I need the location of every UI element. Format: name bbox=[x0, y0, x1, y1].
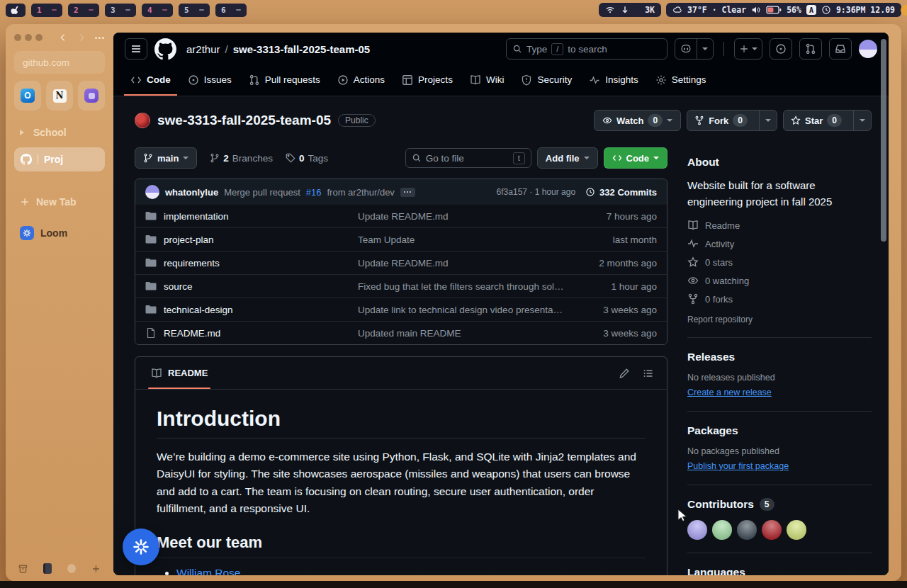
readme-tab[interactable]: README bbox=[142, 357, 216, 389]
archive-box-icon[interactable] bbox=[18, 564, 28, 574]
workspace-1[interactable]: 1 bbox=[31, 4, 62, 17]
contributor-avatar[interactable] bbox=[737, 520, 757, 540]
file-name[interactable]: requirements bbox=[164, 258, 220, 268]
status-cluster[interactable]: 37°F · Clear 56% A 9:36PM 12.09 bbox=[666, 3, 901, 17]
contributor-avatar[interactable] bbox=[687, 520, 707, 540]
new-space-plus-icon[interactable] bbox=[91, 564, 101, 574]
more-menu-icon[interactable] bbox=[95, 37, 105, 39]
new-tab-button[interactable]: New Tab bbox=[14, 191, 105, 213]
file-name[interactable]: technical-design bbox=[164, 305, 233, 315]
back-icon[interactable] bbox=[58, 33, 68, 43]
commit-message[interactable]: Merge pull request bbox=[224, 187, 300, 198]
breadcrumb-repo[interactable]: swe-3313-fall-2025-team-05 bbox=[233, 43, 370, 55]
ghost-tab-icon[interactable] bbox=[67, 564, 76, 573]
add-file-button[interactable]: Add file bbox=[537, 147, 598, 169]
file-commit-time[interactable]: 2 months ago bbox=[573, 258, 657, 268]
github-logo[interactable] bbox=[154, 38, 176, 60]
about-forks-link[interactable]: 0 forks bbox=[687, 293, 872, 305]
file-commit-message[interactable]: Updated main README bbox=[358, 328, 573, 339]
workspace-3[interactable]: 3 bbox=[105, 4, 136, 17]
pencil-icon[interactable] bbox=[619, 368, 630, 379]
pull-requests-button[interactable] bbox=[799, 38, 822, 60]
sidebar-tab-proj[interactable]: Proj bbox=[14, 147, 105, 171]
traffic-close-button[interactable] bbox=[14, 34, 21, 41]
loom-record-button[interactable] bbox=[123, 528, 159, 565]
fork-dropdown[interactable] bbox=[759, 111, 777, 130]
search-input[interactable]: Type / to search bbox=[506, 38, 667, 60]
file-commit-message[interactable]: Team Update bbox=[358, 234, 573, 245]
contributor-avatar[interactable] bbox=[712, 520, 732, 540]
create-release-link[interactable]: Create a new release bbox=[687, 388, 772, 397]
create-new-button[interactable] bbox=[734, 38, 762, 60]
notebook-icon[interactable] bbox=[43, 563, 52, 574]
commit-message-tail[interactable]: from ar2thur/dev bbox=[327, 187, 395, 198]
file-commit-time[interactable]: 3 weeks ago bbox=[573, 305, 657, 315]
contributor-avatar[interactable] bbox=[762, 520, 782, 540]
file-commit-time[interactable]: last month bbox=[573, 234, 657, 245]
workspace-6[interactable]: 6 bbox=[215, 4, 247, 17]
scrollbar[interactable] bbox=[881, 39, 886, 242]
branch-selector[interactable]: main bbox=[135, 147, 197, 169]
file-name[interactable]: project-plan bbox=[164, 234, 214, 245]
commit-pr-link[interactable]: #16 bbox=[306, 187, 322, 198]
file-commit-message[interactable]: Update README.md bbox=[358, 211, 573, 222]
branches-link[interactable]: 2 Branches bbox=[210, 153, 273, 164]
commit-expand-icon[interactable] bbox=[400, 188, 415, 197]
tab-wiki[interactable]: Wiki bbox=[463, 65, 511, 96]
workspace-4[interactable]: 4 bbox=[142, 4, 173, 17]
tab-projects[interactable]: Projects bbox=[395, 65, 459, 96]
forward-icon[interactable] bbox=[77, 33, 86, 43]
pinned-app-purple[interactable] bbox=[78, 81, 105, 111]
contributor-avatar[interactable] bbox=[787, 520, 806, 540]
file-commit-message[interactable]: Update link to technical design video pr… bbox=[358, 305, 573, 315]
tab-settings[interactable]: Settings bbox=[649, 65, 713, 96]
user-avatar[interactable] bbox=[859, 40, 877, 58]
pinned-app-outlook[interactable]: O bbox=[14, 81, 41, 111]
sidebar-folder-school[interactable]: School bbox=[14, 122, 105, 143]
global-nav-menu-button[interactable] bbox=[125, 38, 147, 60]
tab-pull-requests[interactable]: Pull requests bbox=[242, 65, 327, 96]
copilot-dropdown[interactable] bbox=[697, 39, 713, 59]
file-commit-time[interactable]: 7 hours ago bbox=[573, 211, 657, 222]
commit-author[interactable]: whatonlylue bbox=[165, 187, 218, 198]
tab-insights[interactable]: Insights bbox=[582, 65, 645, 96]
pinned-app-notion[interactable]: N bbox=[46, 81, 73, 111]
about-readme-link[interactable]: Readme bbox=[687, 220, 872, 231]
tab-actions[interactable]: Actions bbox=[331, 65, 391, 96]
code-button[interactable]: Code bbox=[604, 147, 668, 169]
inbox-button[interactable] bbox=[829, 38, 852, 60]
fork-button[interactable]: Fork 0 bbox=[687, 110, 777, 131]
file-commit-message[interactable]: Update README.md bbox=[358, 258, 573, 268]
report-repository-link[interactable]: Report repository bbox=[687, 315, 872, 324]
apple-menu[interactable] bbox=[6, 4, 26, 17]
file-name[interactable]: source bbox=[164, 281, 193, 292]
workspace-2[interactable]: 2 bbox=[68, 4, 99, 17]
breadcrumb-owner[interactable]: ar2thur bbox=[186, 43, 220, 55]
about-watching-link[interactable]: 0 watching bbox=[687, 275, 872, 286]
tab-code[interactable]: Code bbox=[124, 65, 177, 96]
about-activity-link[interactable]: Activity bbox=[687, 238, 872, 249]
star-dropdown[interactable] bbox=[853, 111, 871, 130]
list-outline-icon[interactable] bbox=[643, 368, 654, 379]
network-status[interactable]: 3K bbox=[599, 3, 661, 17]
url-bar[interactable]: github.com bbox=[14, 51, 105, 74]
about-stars-link[interactable]: 0 stars bbox=[687, 256, 872, 268]
star-button[interactable]: Star 0 bbox=[783, 110, 872, 131]
sidebar-item-loom[interactable]: Loom bbox=[14, 222, 105, 244]
go-to-file-input[interactable]: Go to file t bbox=[405, 148, 531, 168]
file-commit-time[interactable]: 1 hour ago bbox=[573, 281, 657, 292]
publish-package-link[interactable]: Publish your first package bbox=[687, 461, 789, 471]
notification-bubble[interactable] bbox=[901, 5, 907, 16]
file-name[interactable]: README.md bbox=[164, 328, 220, 339]
file-commit-message[interactable]: Fixed bug that let the filters search th… bbox=[358, 281, 573, 292]
copilot-button[interactable] bbox=[675, 38, 714, 60]
commit-sha[interactable]: 6f3a157 bbox=[497, 187, 527, 197]
team-member-link[interactable]: William Rose bbox=[176, 567, 240, 575]
commit-author-avatar[interactable] bbox=[145, 185, 159, 199]
tab-security[interactable]: Security bbox=[514, 65, 578, 96]
commit-history-link[interactable]: 332 Commits bbox=[585, 187, 657, 198]
file-name[interactable]: implementation bbox=[164, 211, 229, 222]
tags-link[interactable]: 0 Tags bbox=[286, 153, 328, 164]
file-commit-time[interactable]: 3 weeks ago bbox=[573, 328, 657, 339]
workspace-5[interactable]: 5 bbox=[179, 4, 210, 17]
